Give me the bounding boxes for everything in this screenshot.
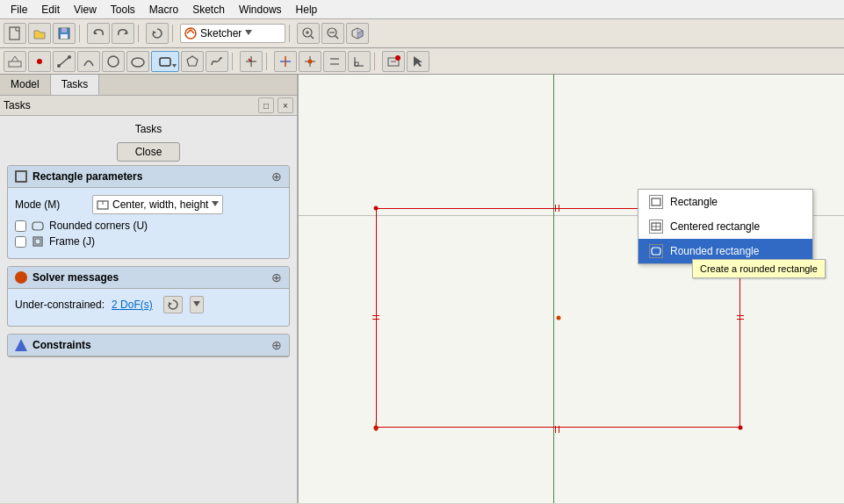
- sketch-ellipse-btn[interactable]: [126, 51, 149, 72]
- tab-model[interactable]: Model: [0, 75, 51, 95]
- constraints-collapse[interactable]: ⊕: [271, 338, 282, 352]
- separator-3: [172, 25, 177, 42]
- svg-rect-54: [652, 198, 660, 205]
- constraints-icon: [15, 339, 27, 351]
- sidebar-expand-btn[interactable]: □: [258, 97, 274, 113]
- svg-marker-52: [169, 302, 172, 306]
- solver-btn[interactable]: [382, 51, 405, 72]
- menu-tools[interactable]: Tools: [104, 2, 142, 18]
- rounded-rect-icon: [649, 244, 663, 258]
- rect-params-header[interactable]: Rectangle parameters ⊕: [8, 166, 289, 188]
- frame-checkbox[interactable]: [15, 236, 26, 248]
- svg-marker-6: [153, 31, 156, 34]
- solver-dropdown-btn[interactable]: [190, 296, 204, 313]
- sep-sketch-3: [374, 53, 379, 70]
- menu-sketch[interactable]: Sketch: [185, 2, 232, 18]
- open-btn[interactable]: [28, 23, 51, 44]
- tasks-header: Tasks: [7, 123, 290, 135]
- under-constrained-label: Under-constrained:: [15, 299, 105, 311]
- separator-2: [138, 25, 142, 42]
- sketch-line-btn[interactable]: [53, 51, 76, 72]
- menu-windows[interactable]: Windows: [232, 2, 289, 18]
- rect-params-collapse[interactable]: ⊕: [271, 169, 282, 184]
- sketch-rect-btn[interactable]: [151, 51, 179, 72]
- mode-field-row: Mode (M) Center, width, height: [15, 195, 282, 214]
- cursor-btn[interactable]: [407, 51, 429, 72]
- svg-line-21: [59, 57, 69, 66]
- constraints-title: Constraints: [15, 339, 91, 351]
- close-button[interactable]: Close: [117, 142, 181, 162]
- canvas-area[interactable]: ↖ ↙ Rectangle Centered rectangle Rounde: [299, 75, 844, 503]
- sketch-trim-btn[interactable]: [240, 51, 263, 72]
- undo-btn[interactable]: [87, 23, 110, 44]
- constraint-parallel-btn[interactable]: [323, 51, 346, 72]
- save-btn[interactable]: [53, 23, 76, 44]
- rect-params-title: Rectangle parameters: [15, 170, 142, 183]
- rounded-corners-checkbox[interactable]: [15, 220, 26, 232]
- refresh-btn[interactable]: [146, 23, 169, 44]
- underconstrained-row: Under-constrained: 2 DoF(s): [15, 296, 282, 313]
- separator-1: [79, 25, 83, 42]
- sketch-rect-dropdown: Rectangle Centered rectangle Rounded rec…: [638, 189, 813, 264]
- sketch-attach-btn[interactable]: [4, 51, 26, 72]
- point-tl: [374, 206, 379, 211]
- sidebar-section-title: Tasks: [4, 99, 31, 112]
- svg-marker-53: [193, 301, 200, 306]
- constraint-hv-btn[interactable]: [274, 51, 297, 72]
- constraint-fixed-btn[interactable]: [299, 51, 321, 72]
- constraint-bottom: [555, 426, 559, 433]
- mode-dropdown[interactable]: Center, width, height: [92, 195, 223, 214]
- sep-sketch-1: [232, 53, 236, 70]
- rect-params-panel: Rectangle parameters ⊕ Mode (M) Center, …: [7, 165, 290, 259]
- constraint-top: [555, 205, 559, 212]
- solver-icon: [15, 271, 27, 284]
- dof-link[interactable]: 2 DoF(s): [112, 299, 153, 311]
- svg-rect-49: [32, 222, 43, 230]
- svg-line-15: [335, 36, 338, 39]
- point-center: [557, 316, 561, 320]
- menu-file[interactable]: File: [4, 2, 34, 18]
- tooltip-rounded-rect: Create a rounded rectangle: [692, 259, 826, 278]
- dropdown-rounded-label: Rounded rectangle: [670, 245, 759, 257]
- menu-view[interactable]: View: [67, 2, 104, 18]
- dropdown-item-centered[interactable]: Centered rectangle: [638, 214, 812, 239]
- sketch-spline-btn[interactable]: [206, 51, 228, 72]
- mode-label: Mode (M): [15, 198, 85, 211]
- menubar: File Edit View Tools Macro Sketch Window…: [0, 0, 844, 19]
- sidebar-close-btn[interactable]: ×: [278, 97, 293, 113]
- new-file-btn[interactable]: [4, 23, 26, 44]
- solver-header[interactable]: Solver messages ⊕: [8, 267, 289, 289]
- menu-macro[interactable]: Macro: [142, 2, 185, 18]
- frame-label: Frame (J): [49, 235, 95, 248]
- view-cube-btn[interactable]: [346, 23, 369, 44]
- constraint-right: [737, 315, 744, 320]
- sketch-point-btn[interactable]: [28, 51, 51, 72]
- refresh-solver-btn[interactable]: [163, 296, 183, 313]
- mode-value: Center, width, height: [112, 198, 208, 211]
- svg-point-44: [395, 55, 400, 61]
- svg-point-24: [108, 56, 119, 67]
- zoom-in-btn[interactable]: [297, 23, 320, 44]
- constraints-panel: Constraints ⊕: [7, 334, 290, 357]
- tooltip-text: Create a rounded rectangle: [700, 263, 818, 274]
- svg-marker-27: [172, 64, 177, 68]
- sketch-polygon-btn[interactable]: [181, 51, 204, 72]
- tab-tasks[interactable]: Tasks: [51, 75, 100, 95]
- workbench-dropdown[interactable]: Sketcher: [180, 24, 285, 43]
- constraint-perp-btn[interactable]: [348, 51, 371, 72]
- menu-help[interactable]: Help: [289, 2, 325, 18]
- menu-edit[interactable]: Edit: [34, 2, 67, 18]
- sketch-arc-btn[interactable]: [77, 51, 100, 72]
- svg-rect-58: [652, 248, 660, 255]
- rect-icon: [649, 195, 663, 209]
- redo-btn[interactable]: [112, 23, 134, 44]
- sketch-circle-btn[interactable]: [102, 51, 125, 72]
- zoom-fit-btn[interactable]: [321, 23, 344, 44]
- sidebar: Model Tasks Tasks □ × Tasks Close Rectan…: [0, 75, 299, 503]
- constraints-header[interactable]: Constraints ⊕: [8, 335, 289, 356]
- sidebar-toolbar-row: Tasks □ ×: [0, 96, 297, 116]
- main-area: Model Tasks Tasks □ × Tasks Close Rectan…: [0, 75, 844, 503]
- solver-collapse[interactable]: ⊕: [271, 270, 282, 284]
- dropdown-item-rectangle[interactable]: Rectangle: [638, 190, 812, 214]
- svg-point-36: [308, 59, 313, 63]
